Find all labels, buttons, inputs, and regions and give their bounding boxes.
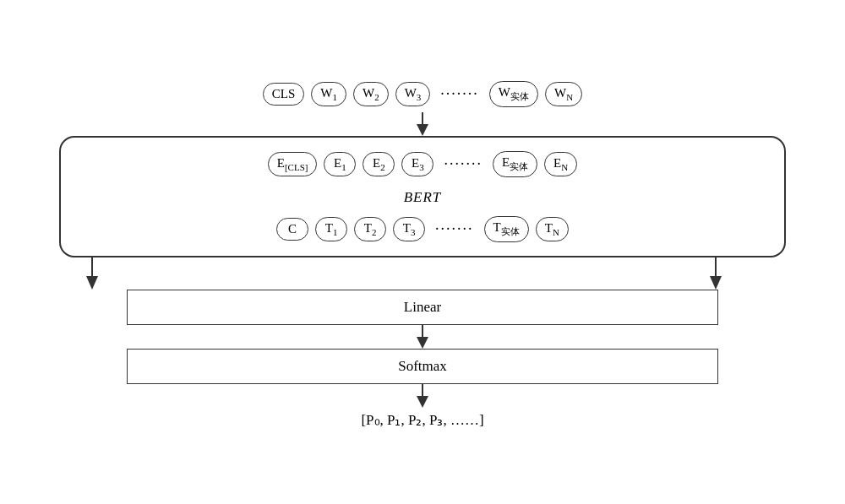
arrow-linear-to-softmax bbox=[413, 325, 432, 349]
svg-marker-7 bbox=[417, 337, 428, 349]
out-tn: TN bbox=[536, 217, 569, 241]
output-probabilities: [P₀, P₁, P₂, P₃, ……] bbox=[361, 411, 483, 429]
svg-marker-9 bbox=[417, 396, 428, 408]
arrows-bert-to-linear bbox=[59, 257, 786, 290]
emb-e2: E2 bbox=[363, 152, 395, 176]
token-w1: W1 bbox=[311, 82, 346, 106]
svg-marker-1 bbox=[417, 124, 428, 136]
out-c: C bbox=[276, 218, 308, 241]
architecture-diagram: CLS W1 W2 W3 ······· W实体 WN E[CLS] E1 E2… bbox=[42, 76, 803, 429]
out-t3: T3 bbox=[393, 217, 425, 241]
emb-cls: E[CLS] bbox=[268, 152, 318, 176]
token-wentity: W实体 bbox=[489, 81, 538, 107]
out-tentity: T实体 bbox=[484, 216, 529, 242]
token-w3: W3 bbox=[395, 82, 431, 106]
token-cls: CLS bbox=[263, 83, 305, 106]
emb-e1: E1 bbox=[324, 152, 356, 176]
output-label: [P₀, P₁, P₂, P₃, ……] bbox=[361, 412, 483, 428]
arrow-softmax-to-output bbox=[413, 384, 432, 408]
token-w2: W2 bbox=[353, 82, 389, 106]
softmax-label: Softmax bbox=[398, 358, 447, 374]
arrow-input-to-bert bbox=[413, 112, 432, 136]
output-row: C T1 T2 T3 ······· T实体 TN bbox=[74, 211, 771, 247]
emb-en: EN bbox=[544, 152, 577, 176]
svg-marker-5 bbox=[710, 276, 722, 290]
input-dots: ······· bbox=[437, 85, 482, 103]
bert-label: BERT bbox=[404, 189, 442, 206]
svg-marker-3 bbox=[86, 276, 98, 290]
emb-e3: E3 bbox=[401, 152, 433, 176]
embedding-row: E[CLS] E1 E2 E3 ······· E实体 EN bbox=[74, 146, 771, 182]
linear-label: Linear bbox=[404, 299, 441, 315]
linear-box: Linear bbox=[127, 290, 718, 325]
out-dots: ······· bbox=[432, 220, 477, 238]
input-token-row: CLS W1 W2 W3 ······· W实体 WN bbox=[42, 76, 803, 112]
softmax-box: Softmax bbox=[127, 349, 718, 384]
bert-box: E[CLS] E1 E2 E3 ······· E实体 EN BERT C T1… bbox=[59, 136, 786, 257]
out-t2: T2 bbox=[354, 217, 386, 241]
emb-dots: ······· bbox=[440, 155, 486, 173]
emb-entity: E实体 bbox=[493, 151, 537, 177]
token-wn: WN bbox=[545, 82, 582, 106]
out-t1: T1 bbox=[315, 217, 347, 241]
